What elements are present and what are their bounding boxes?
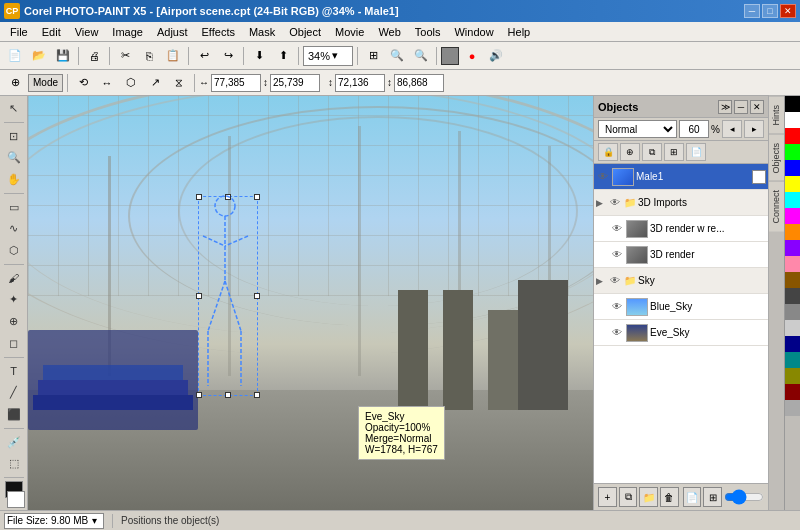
menu-file[interactable]: File	[4, 24, 34, 40]
color-button[interactable]	[441, 47, 459, 65]
expand-btn[interactable]: ⊞	[664, 143, 684, 161]
tab-connect[interactable]: Connect	[769, 181, 784, 232]
tool-pointer[interactable]: ↖	[3, 98, 25, 119]
color-swatch-white[interactable]	[785, 112, 800, 128]
tool-pan[interactable]: ✋	[3, 169, 25, 190]
color-swatch-red[interactable]	[785, 128, 800, 144]
layer-3dimports[interactable]: ▶ 👁 📁 3D Imports	[594, 190, 768, 216]
status-dropdown[interactable]: File Size: 9.80 MB ▾	[4, 513, 104, 529]
folder-arrow-1[interactable]: ▶	[596, 198, 606, 208]
fit-button[interactable]: ⊞	[362, 45, 384, 67]
audio-button[interactable]: 🔊	[485, 45, 507, 67]
color-swatch-maroon[interactable]	[785, 384, 800, 400]
new-button[interactable]: 📄	[4, 45, 26, 67]
flip-btn[interactable]: ↔	[96, 72, 118, 94]
export-button[interactable]: ⬆	[272, 45, 294, 67]
mode-icon[interactable]: ⊕	[4, 72, 26, 94]
menu-tools[interactable]: Tools	[409, 24, 447, 40]
tool-magic[interactable]: ⬡	[3, 240, 25, 261]
tab-objects[interactable]: Objects	[769, 134, 784, 182]
color-swatch-yellow[interactable]	[785, 176, 800, 192]
undo-button[interactable]: ↩	[193, 45, 215, 67]
object-props-btn[interactable]: ⊞	[703, 487, 722, 507]
canvas-area[interactable]: Eve_Sky Opacity=100% Merge=Normal W=1784…	[28, 96, 593, 510]
menu-mask[interactable]: Mask	[243, 24, 281, 40]
paste-button[interactable]: 📋	[162, 45, 184, 67]
tool-rectangle[interactable]: ▭	[3, 197, 25, 218]
layer-3drender-w[interactable]: 👁 3D render w re...	[594, 216, 768, 242]
menu-adjust[interactable]: Adjust	[151, 24, 194, 40]
x2-input[interactable]	[270, 74, 320, 92]
color-swatch-brown[interactable]	[785, 272, 800, 288]
delete-layer-button[interactable]: 🗑	[660, 487, 679, 507]
tool-lasso[interactable]: ∿	[3, 218, 25, 239]
new-object-btn[interactable]: 📄	[683, 487, 702, 507]
tool-eyedropper[interactable]: 💉	[3, 432, 25, 453]
eye-bluesky[interactable]: 👁	[610, 301, 624, 312]
tool-fill[interactable]: ⬛	[3, 404, 25, 425]
import-button[interactable]: ⬇	[248, 45, 270, 67]
open-button[interactable]: 📂	[28, 45, 50, 67]
merge-btn[interactable]: ⧉	[642, 143, 662, 161]
color-swatch-lightgray[interactable]	[785, 320, 800, 336]
layer-bluesky[interactable]: 👁 Blue_Sky	[594, 294, 768, 320]
copy-button[interactable]: ⎘	[138, 45, 160, 67]
menu-web[interactable]: Web	[372, 24, 406, 40]
blend-mode-dropdown[interactable]: Normal	[598, 120, 677, 138]
color-swatch-magenta[interactable]	[785, 208, 800, 224]
eye-3drender[interactable]: 👁	[610, 249, 624, 260]
eye-male1[interactable]: 👁	[596, 171, 610, 182]
check-male1[interactable]: ✓	[752, 170, 766, 184]
skew-btn[interactable]: ⧖	[168, 72, 190, 94]
color-swatch-olive[interactable]	[785, 368, 800, 384]
group-button[interactable]: 📁	[639, 487, 658, 507]
close-button[interactable]: ✕	[780, 4, 796, 18]
color-swatch-cyan[interactable]	[785, 192, 800, 208]
color-swatch-navy[interactable]	[785, 336, 800, 352]
layer-sky-folder[interactable]: ▶ 👁 📁 Sky	[594, 268, 768, 294]
y1-input[interactable]	[335, 74, 385, 92]
menu-help[interactable]: Help	[502, 24, 537, 40]
layer-male1[interactable]: 👁 Male1 ✓	[594, 164, 768, 190]
menu-view[interactable]: View	[69, 24, 105, 40]
eye-3dimports[interactable]: 👁	[608, 197, 622, 208]
lock-icon-btn[interactable]: 🔒	[598, 143, 618, 161]
color-swatch-darkgray[interactable]	[785, 288, 800, 304]
duplicate-layer-button[interactable]: ⧉	[619, 487, 638, 507]
opacity-minus-button[interactable]: ◂	[722, 120, 742, 138]
rotate-btn[interactable]: ↗	[144, 72, 166, 94]
tab-hints[interactable]: Hints	[769, 96, 784, 134]
redo-button[interactable]: ↪	[217, 45, 239, 67]
opacity-plus-button[interactable]: ▸	[744, 120, 764, 138]
color-swatch-pink[interactable]	[785, 256, 800, 272]
tool-line[interactable]: ╱	[3, 382, 25, 403]
zoom-dropdown[interactable]: 34% ▾	[303, 46, 353, 66]
eye-sky[interactable]: 👁	[608, 275, 622, 286]
add-layer-button[interactable]: +	[598, 487, 617, 507]
new-layer-icon[interactable]: 📄	[686, 143, 706, 161]
zoom-in-button[interactable]: 🔍	[386, 45, 408, 67]
color-swatch-blue[interactable]	[785, 160, 800, 176]
color-swatch-black[interactable]	[785, 96, 800, 112]
zoom-out-button[interactable]: 🔍	[410, 45, 432, 67]
tool-erase[interactable]: ◻	[3, 333, 25, 354]
panel-menu-button[interactable]: ≫	[718, 100, 732, 114]
maximize-button[interactable]: □	[762, 4, 778, 18]
perspective-btn[interactable]: ⬡	[120, 72, 142, 94]
tool-effect[interactable]: ✦	[3, 290, 25, 311]
stop-button[interactable]: ●	[461, 45, 483, 67]
transform-btn[interactable]: ⟲	[72, 72, 94, 94]
x1-input[interactable]	[211, 74, 261, 92]
color-swatch-lime[interactable]	[785, 144, 800, 160]
tool-paint[interactable]: 🖌	[3, 268, 25, 289]
color-swatch-gray[interactable]	[785, 304, 800, 320]
minimize-button[interactable]: ─	[744, 4, 760, 18]
layer-evesky[interactable]: 👁 Eve_Sky	[594, 320, 768, 346]
menu-object[interactable]: Object	[283, 24, 327, 40]
tool-zoom[interactable]: 🔍	[3, 147, 25, 168]
background-color[interactable]	[7, 491, 25, 508]
opacity-input[interactable]	[679, 120, 709, 138]
panel-minimize-button[interactable]: ─	[734, 100, 748, 114]
tool-crop[interactable]: ⊡	[3, 126, 25, 147]
menu-edit[interactable]: Edit	[36, 24, 67, 40]
